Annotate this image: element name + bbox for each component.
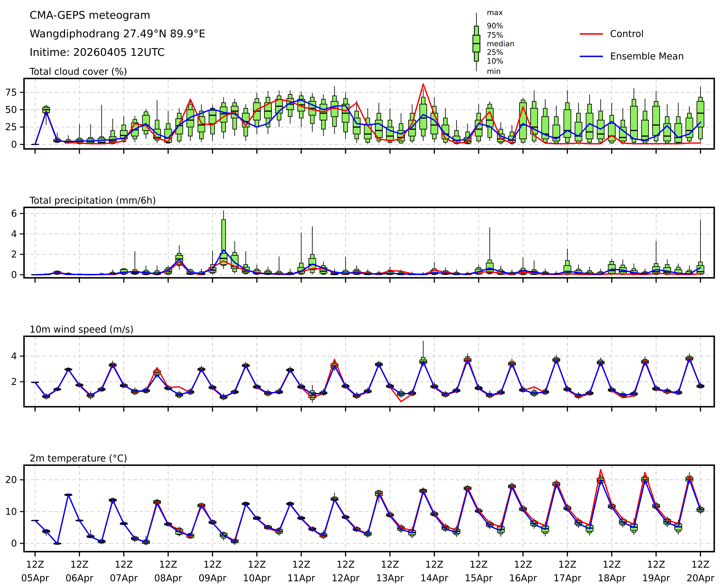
box-whisker <box>619 108 626 144</box>
box-whisker <box>309 93 316 132</box>
box-whisker <box>642 99 648 144</box>
x-tick-hour-label: 12Z <box>159 559 177 570</box>
quartile-box <box>176 119 183 134</box>
box-whisker <box>342 92 349 139</box>
x-tick-date-label: 08Apr <box>154 573 182 584</box>
meteogram-svg: 02550750246240102012Z05Apr12Z06Apr12Z07A… <box>0 0 724 588</box>
y-tick-label: 10 <box>5 506 17 517</box>
y-tick-label: 0 <box>11 538 17 549</box>
box-whisker <box>697 220 704 275</box>
x-tick-date-label: 14Apr <box>420 573 448 584</box>
box-whisker <box>375 103 382 143</box>
quartile-box <box>564 110 571 138</box>
quartile-box <box>675 124 682 142</box>
box-whisker <box>697 87 704 142</box>
quartile-box <box>608 124 615 141</box>
x-tick-date-label: 09Apr <box>199 573 226 584</box>
x-axis-labels: 12Z05Apr12Z06Apr12Z07Apr12Z08Apr12Z09Apr… <box>21 559 715 584</box>
x-tick-hour-label: 12Z <box>26 559 44 570</box>
box-whisker <box>619 259 626 275</box>
x-tick-date-label: 18Apr <box>598 573 626 584</box>
panel-10m-wind-speed-m-s: 24 <box>11 336 714 412</box>
box-whisker <box>275 256 283 275</box>
x-tick-hour-label: 12Z <box>514 559 532 570</box>
box-whisker <box>519 98 526 144</box>
quartile-box <box>364 125 371 139</box>
x-tick-date-label: 17Apr <box>554 573 581 584</box>
x-tick-date-label: 11Apr <box>287 573 315 584</box>
quartile-box <box>653 106 660 135</box>
panel-total-precipitation-mm-6h: 0246 <box>11 207 714 282</box>
y-tick-label: 4 <box>11 229 17 239</box>
y-tick-label: 75 <box>5 87 17 98</box>
box-whisker <box>309 226 316 274</box>
box-whisker <box>542 99 549 144</box>
x-tick-hour-label: 12Z <box>292 559 310 570</box>
box-whisker <box>575 103 582 144</box>
x-tick-date-label: 15Apr <box>465 573 493 584</box>
y-tick-label: 25 <box>5 122 17 132</box>
box-whisker <box>298 91 305 127</box>
box-whisker <box>387 108 393 144</box>
panel-2m-temperature-c: 01020 <box>5 465 714 556</box>
x-tick-hour-label: 12Z <box>425 559 443 570</box>
box-whisker <box>597 99 604 144</box>
y-tick-label: 2 <box>11 376 17 387</box>
quartile-box <box>642 120 648 141</box>
box-whisker <box>320 94 327 136</box>
x-tick-date-label: 13Apr <box>376 573 404 584</box>
box-whisker <box>231 241 238 274</box>
box-whisker-series <box>32 86 704 145</box>
x-tick-hour-label: 12Z <box>603 559 621 570</box>
box-whisker <box>608 259 615 275</box>
box-whisker <box>120 268 127 275</box>
x-tick-hour-label: 12Z <box>115 559 133 570</box>
x-tick-date-label: 16Apr <box>509 573 537 584</box>
y-tick-label: 6 <box>11 208 17 219</box>
box-whisker <box>176 245 183 270</box>
quartile-box <box>697 101 704 127</box>
x-tick-date-label: 06Apr <box>65 573 94 584</box>
x-tick-hour-label: 12Z <box>470 559 488 570</box>
meteogram-page: { "header": { "line1": "CMA-GEPS meteogr… <box>0 0 724 588</box>
y-tick-label: 50 <box>5 104 17 115</box>
quartile-box <box>220 107 227 122</box>
x-tick-date-label: 20Apr <box>686 573 715 584</box>
x-tick-hour-label: 12Z <box>558 559 577 570</box>
x-tick-hour-label: 12Z <box>336 559 355 570</box>
quartile-box <box>630 106 638 139</box>
box-whisker-series <box>32 341 704 403</box>
x-tick-date-label: 10Apr <box>243 573 271 584</box>
quartile-box <box>209 110 216 124</box>
y-tick-label: 20 <box>5 474 17 485</box>
box-whisker <box>630 88 638 144</box>
y-tick-label: 4 <box>11 351 17 362</box>
box-whisker <box>231 99 238 136</box>
x-tick-hour-label: 12Z <box>647 559 665 570</box>
box-whisker <box>486 101 493 141</box>
quartile-box <box>375 120 382 138</box>
box-whisker <box>43 105 50 125</box>
y-tick-label: 2 <box>11 249 17 260</box>
box-whisker <box>586 94 593 144</box>
box-whisker <box>98 105 105 144</box>
panel-frame <box>24 336 714 407</box>
x-tick-hour-label: 12Z <box>203 559 222 570</box>
x-tick-date-label: 12Apr <box>332 573 359 584</box>
x-tick-hour-label: 12Z <box>248 559 266 570</box>
x-tick-hour-label: 12Z <box>691 559 709 570</box>
box-whisker <box>486 227 493 274</box>
box-whisker <box>664 259 671 275</box>
y-tick-label: 0 <box>11 139 17 150</box>
quartile-box <box>575 122 582 141</box>
box-whisker-series <box>32 210 704 275</box>
x-tick-date-label: 19Apr <box>642 573 670 584</box>
box-whisker <box>153 100 161 143</box>
box-whisker <box>686 106 693 143</box>
x-tick-date-label: 07Apr <box>110 573 138 584</box>
box-whisker <box>564 90 571 144</box>
x-tick-hour-label: 12Z <box>381 559 399 570</box>
box-whisker <box>664 104 671 144</box>
legend <box>473 13 603 71</box>
box-whisker <box>287 90 294 124</box>
